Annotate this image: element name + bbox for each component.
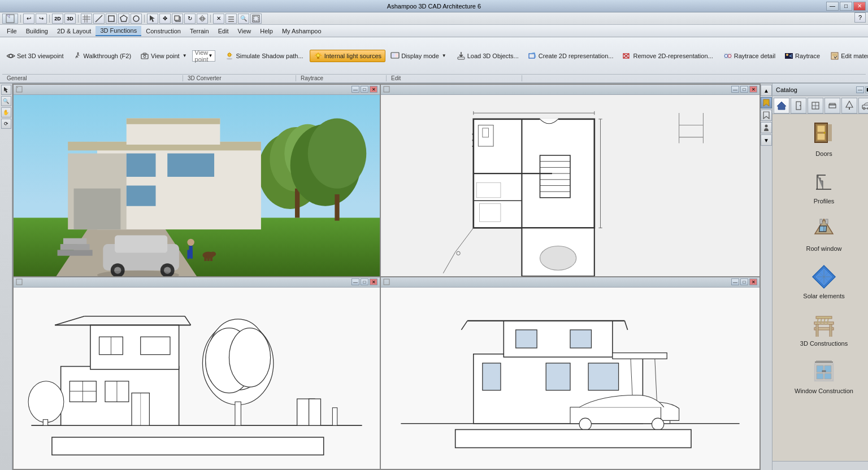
panel-e1-minimize[interactable]: — bbox=[351, 278, 359, 285]
copy-button[interactable] bbox=[172, 14, 183, 24]
menu-3dfunctions[interactable]: 3D Functions bbox=[96, 26, 141, 36]
panel-3d-maximize[interactable]: □ bbox=[361, 86, 368, 93]
catalog-minimize[interactable]: — bbox=[856, 86, 864, 93]
help-button[interactable]: ? bbox=[854, 12, 866, 23]
catalog-person-button[interactable] bbox=[761, 122, 772, 133]
menu-edit[interactable]: Edit bbox=[214, 27, 233, 36]
minimize-button[interactable]: — bbox=[826, 2, 839, 11]
delete-button[interactable]: ✕ bbox=[213, 14, 224, 24]
catalog-item-window-construction[interactable]: Window Construction bbox=[775, 356, 868, 397]
display-mode-button[interactable]: Display mode ▼ bbox=[387, 50, 450, 62]
close-button[interactable]: ✕ bbox=[853, 2, 866, 11]
move-button[interactable]: ✥ bbox=[159, 14, 171, 24]
walkthrough-button[interactable]: Walkthrough (F2) bbox=[69, 50, 136, 62]
light-icon bbox=[314, 51, 323, 60]
panel-floorplan-icon bbox=[383, 86, 390, 94]
menu-myashampoo[interactable]: My Ashampoo bbox=[277, 27, 326, 36]
maximize-button[interactable]: □ bbox=[840, 2, 852, 11]
viewpoint-dropdown-icon: ▼ bbox=[208, 53, 212, 58]
redo-button[interactable]: ↪ bbox=[36, 14, 47, 24]
svg-rect-193 bbox=[455, 429, 691, 447]
menu-terrain[interactable]: Terrain bbox=[185, 27, 214, 36]
panel-e1-close[interactable]: ✕ bbox=[370, 278, 377, 285]
catalog-item-doors[interactable]: Doors bbox=[775, 119, 868, 159]
edit-material-button[interactable]: Edit material bbox=[826, 50, 868, 62]
svg-rect-86 bbox=[60, 244, 90, 250]
polygon-button[interactable] bbox=[118, 14, 129, 24]
rotate-button[interactable]: ↻ bbox=[184, 14, 196, 24]
catalog-item-solar[interactable]: Solar elements bbox=[775, 261, 868, 302]
panel-fp-close[interactable]: ✕ bbox=[749, 86, 757, 93]
view-point-button[interactable]: View point ▼ bbox=[136, 50, 190, 62]
catalog-nav-up[interactable]: ▲ bbox=[761, 85, 772, 96]
panel-e1-maximize[interactable]: □ bbox=[361, 278, 368, 285]
panel-e2-maximize[interactable]: □ bbox=[740, 278, 748, 285]
circle-button[interactable] bbox=[131, 14, 142, 24]
sidebar-zoom-button[interactable]: 🔍 bbox=[1, 96, 11, 106]
door-tab-icon bbox=[793, 101, 804, 111]
toolbar-sep-2 bbox=[49, 15, 50, 23]
floorplan-panel: — □ ✕ bbox=[381, 85, 760, 276]
menu-help[interactable]: Help bbox=[255, 27, 277, 36]
menu-view[interactable]: View bbox=[233, 27, 256, 36]
panel-fp-minimize[interactable]: — bbox=[731, 86, 739, 93]
simulate-shadow-button[interactable]: Simulate Shadow path... bbox=[221, 50, 307, 62]
roof-window-icon bbox=[810, 216, 837, 243]
new-button[interactable] bbox=[2, 14, 18, 24]
raytrace-button[interactable]: Raytrace bbox=[780, 50, 824, 62]
mirror-button[interactable] bbox=[197, 14, 208, 24]
select-button[interactable] bbox=[147, 14, 158, 24]
create-2d-rep-button[interactable]: Create 2D representation... bbox=[524, 50, 618, 62]
menu-building[interactable]: Building bbox=[21, 27, 53, 36]
svg-point-22 bbox=[77, 52, 79, 54]
catalog-item-profiles[interactable]: Profiles bbox=[775, 166, 868, 207]
panel-3d-close[interactable]: ✕ bbox=[370, 86, 377, 93]
menu-2dlayout[interactable]: 2D & Layout bbox=[53, 27, 96, 36]
catalog-tab-car[interactable] bbox=[858, 98, 868, 114]
toolbar-sep-5 bbox=[210, 15, 211, 23]
sidebar-cursor-button[interactable] bbox=[1, 85, 11, 95]
internal-light-sources-button[interactable]: Internal light sources bbox=[310, 50, 386, 62]
load-3d-objects-button[interactable]: Load 3D Objects... bbox=[453, 50, 523, 62]
menu-construction[interactable]: Construction bbox=[141, 27, 185, 36]
catalog-tab-window[interactable] bbox=[808, 98, 823, 114]
viewpoint-input[interactable]: View point ▼ bbox=[192, 50, 216, 62]
catalog-tab-door[interactable] bbox=[791, 98, 806, 114]
undo-button[interactable]: ↩ bbox=[23, 14, 34, 24]
panel-fp-maximize[interactable]: □ bbox=[740, 86, 748, 93]
raytrace-detail-button[interactable]: Raytrace detail bbox=[719, 50, 779, 62]
catalog-item-roof-window[interactable]: Roof window bbox=[775, 214, 868, 254]
set-3d-viewpoint-button[interactable]: Set 3D viewpoint bbox=[2, 50, 68, 62]
rect-button[interactable] bbox=[106, 14, 117, 24]
doors-preview-icon bbox=[811, 122, 836, 147]
svg-point-191 bbox=[579, 418, 591, 430]
catalog-bookmark-outline[interactable] bbox=[761, 110, 772, 121]
grid-button[interactable] bbox=[81, 14, 92, 24]
catalog-item-3d-constructions[interactable]: 3D Constructions bbox=[775, 308, 868, 349]
properties-button[interactable] bbox=[225, 14, 237, 24]
3d-view-button[interactable]: 3D bbox=[64, 14, 76, 24]
line-button[interactable] bbox=[93, 14, 105, 24]
svg-rect-77 bbox=[167, 154, 214, 177]
sidebar-pan-button[interactable]: ✋ bbox=[1, 107, 11, 118]
catalog-bookmark-active[interactable] bbox=[761, 97, 772, 108]
menu-file[interactable]: File bbox=[2, 27, 21, 36]
svg-marker-15 bbox=[203, 16, 206, 21]
catalog-resize[interactable]: ◧ bbox=[865, 86, 868, 93]
window-construction-preview-icon bbox=[811, 359, 836, 384]
catalog-scrollbar[interactable] bbox=[772, 461, 868, 470]
2d-view-button[interactable]: 2D bbox=[52, 14, 63, 24]
catalog-tab-tree[interactable] bbox=[841, 98, 857, 114]
catalog-tab-home[interactable] bbox=[774, 98, 789, 114]
toolbar-sep-3 bbox=[78, 15, 79, 23]
catalog-tab-furniture[interactable] bbox=[824, 98, 840, 114]
panel-e2-close[interactable]: ✕ bbox=[749, 278, 757, 285]
zoom-all-button[interactable] bbox=[250, 14, 262, 24]
zoom-button[interactable]: 🔍 bbox=[238, 14, 249, 24]
catalog-nav-down[interactable]: ▼ bbox=[761, 134, 772, 146]
remove-2d-rep-button[interactable]: Remove 2D-representation... bbox=[618, 50, 717, 62]
panel-3d-controls: — □ ✕ bbox=[351, 86, 377, 93]
panel-3d-minimize[interactable]: — bbox=[351, 86, 359, 93]
sidebar-rotate3d-button[interactable]: ⟳ bbox=[1, 119, 11, 129]
panel-e2-minimize[interactable]: — bbox=[731, 278, 739, 285]
